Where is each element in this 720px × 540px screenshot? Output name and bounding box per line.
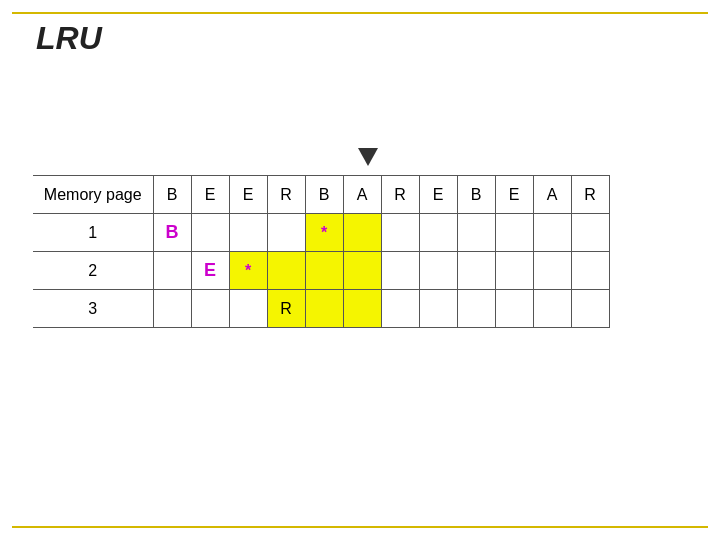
lru-table-container: Memory page B E E R B A R E B E A R 1B*2… — [33, 175, 610, 328]
border-bottom — [12, 526, 708, 528]
cell-1-9 — [495, 252, 533, 290]
row-label-2: 3 — [33, 290, 153, 328]
table-row: 3R — [33, 290, 609, 328]
cell-1-3 — [267, 252, 305, 290]
cell-1-11 — [571, 252, 609, 290]
cell-0-6 — [381, 214, 419, 252]
table-row: 2E* — [33, 252, 609, 290]
cell-2-6 — [381, 290, 419, 328]
cell-1-4 — [305, 252, 343, 290]
col-header-7: E — [419, 176, 457, 214]
header-label: Memory page — [33, 176, 153, 214]
cell-0-9 — [495, 214, 533, 252]
col-header-10: A — [533, 176, 571, 214]
col-header-2: E — [229, 176, 267, 214]
cell-0-5 — [343, 214, 381, 252]
cell-1-7 — [419, 252, 457, 290]
col-header-9: E — [495, 176, 533, 214]
row-label-0: 1 — [33, 214, 153, 252]
cell-0-3 — [267, 214, 305, 252]
table-row: 1B* — [33, 214, 609, 252]
col-header-3: R — [267, 176, 305, 214]
cell-2-2 — [229, 290, 267, 328]
cell-2-9 — [495, 290, 533, 328]
cell-0-7 — [419, 214, 457, 252]
cell-2-4 — [305, 290, 343, 328]
cell-2-7 — [419, 290, 457, 328]
cell-0-4: * — [305, 214, 343, 252]
cell-1-6 — [381, 252, 419, 290]
cell-1-8 — [457, 252, 495, 290]
cell-0-10 — [533, 214, 571, 252]
cell-2-11 — [571, 290, 609, 328]
border-top — [12, 12, 708, 14]
table-header-row: Memory page B E E R B A R E B E A R — [33, 176, 609, 214]
cell-0-0: B — [153, 214, 191, 252]
cell-1-5 — [343, 252, 381, 290]
row-label-1: 2 — [33, 252, 153, 290]
col-header-8: B — [457, 176, 495, 214]
col-header-0: B — [153, 176, 191, 214]
cell-2-3: R — [267, 290, 305, 328]
page-title: LRU — [36, 20, 102, 57]
cell-0-8 — [457, 214, 495, 252]
cell-1-0 — [153, 252, 191, 290]
cell-2-0 — [153, 290, 191, 328]
arrow-down-icon — [358, 148, 378, 166]
cell-2-1 — [191, 290, 229, 328]
cell-1-10 — [533, 252, 571, 290]
col-header-6: R — [381, 176, 419, 214]
col-header-5: A — [343, 176, 381, 214]
cell-2-5 — [343, 290, 381, 328]
cell-1-1: E — [191, 252, 229, 290]
cell-0-11 — [571, 214, 609, 252]
lru-table: Memory page B E E R B A R E B E A R 1B*2… — [33, 175, 610, 328]
cell-0-1 — [191, 214, 229, 252]
cell-2-10 — [533, 290, 571, 328]
cell-1-2: * — [229, 252, 267, 290]
col-header-11: R — [571, 176, 609, 214]
col-header-1: E — [191, 176, 229, 214]
cell-0-2 — [229, 214, 267, 252]
cell-2-8 — [457, 290, 495, 328]
col-header-4: B — [305, 176, 343, 214]
